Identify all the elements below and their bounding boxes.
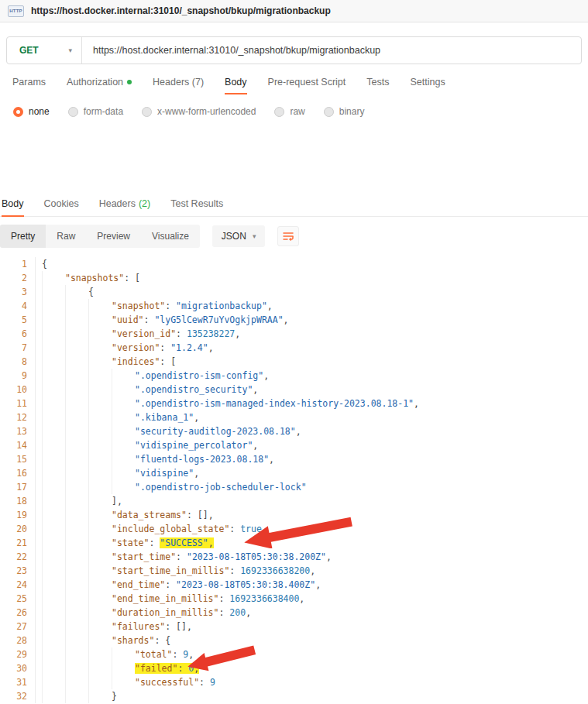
- code-token: "uuid": [112, 314, 144, 325]
- indent-guide: [88, 369, 112, 383]
- code-line: 26"duration_in_millis": 200,: [0, 606, 588, 620]
- indent-guide: [88, 355, 112, 369]
- radio-icon: [142, 107, 152, 117]
- line-content: "vidispine",: [36, 466, 199, 480]
- indent-guide: [65, 550, 88, 564]
- line-number: 27: [0, 620, 36, 634]
- indent-guide: [65, 452, 88, 466]
- line-number: 10: [0, 383, 36, 397]
- view-tab-pretty[interactable]: Pretty: [0, 225, 46, 248]
- response-tab-headers[interactable]: Headers(2): [99, 194, 151, 217]
- indent-guide: [88, 397, 112, 410]
- body-mode-form-data[interactable]: form-data: [68, 106, 123, 117]
- line-content: ".opendistro-ism-managed-index-history-2…: [36, 397, 419, 410]
- request-tab-body[interactable]: Body: [225, 77, 247, 94]
- request-tab-params[interactable]: Params: [12, 77, 46, 94]
- indent-guide: [88, 438, 112, 452]
- line-number: 18: [0, 494, 36, 508]
- body-mode-x-www-form-urlencoded[interactable]: x-www-form-urlencoded: [142, 106, 256, 117]
- code-line: 7"version": "1.2.4",: [0, 341, 588, 355]
- indent-guide: [42, 564, 65, 578]
- code-token: ,: [315, 579, 321, 590]
- line-content: ".opendistro-job-scheduler-lock": [36, 480, 307, 494]
- indent-guide: [112, 452, 135, 466]
- view-tab-visualize[interactable]: Visualize: [141, 225, 200, 248]
- wrap-lines-button[interactable]: [277, 226, 299, 246]
- request-tab-settings[interactable]: Settings: [410, 77, 445, 94]
- indent-guide: [42, 536, 65, 550]
- request-tab-tests[interactable]: Tests: [366, 77, 389, 94]
- response-body-viewer[interactable]: 1{2"snapshots": [3{4"snapshot": "migrati…: [0, 257, 588, 703]
- indent-guide: [88, 550, 112, 564]
- line-number: 32: [0, 689, 36, 703]
- line-content: ".opendistro_security",: [36, 383, 258, 397]
- line-content: ".opendistro-ism-config",: [36, 369, 269, 383]
- format-dropdown[interactable]: JSON ▾: [212, 225, 266, 247]
- indent-guide: [42, 369, 65, 383]
- code-token: "shards": [112, 635, 154, 646]
- indent-guide: [88, 522, 112, 536]
- line-content: {: [36, 257, 47, 271]
- line-number: 24: [0, 578, 36, 592]
- indent-guide: [42, 410, 65, 424]
- view-tab-preview[interactable]: Preview: [86, 225, 141, 248]
- code-token: ,: [263, 370, 269, 381]
- indent-guide: [65, 327, 88, 341]
- code-token: "vidispine_percolator": [135, 440, 253, 451]
- body-mode-binary[interactable]: binary: [324, 106, 365, 117]
- indent-guide: [42, 550, 65, 564]
- indent-guide: [65, 675, 88, 689]
- url-input[interactable]: https://host.docker.internal:31010/_snap…: [82, 37, 380, 64]
- line-content: "version": "1.2.4",: [36, 341, 214, 355]
- tab-label: Test Results: [170, 198, 223, 209]
- indent-guide: [42, 327, 65, 341]
- code-line: 6"version_id": 135238227,: [0, 327, 588, 341]
- tab-label: Authorization: [67, 77, 123, 88]
- code-token: "failed": [135, 663, 177, 674]
- code-line: 13"security-auditlog-2023.08.18",: [0, 424, 588, 438]
- indent-guide: [88, 620, 112, 634]
- indent-guide: [42, 383, 65, 397]
- code-token: :: [165, 300, 176, 311]
- line-content: "include_global_state": true,: [36, 522, 267, 536]
- code-token: ,: [246, 607, 251, 618]
- code-token: 9: [210, 677, 215, 688]
- code-token: ,: [253, 440, 258, 451]
- request-tab-authorization[interactable]: Authorization: [67, 77, 132, 94]
- view-tab-raw[interactable]: Raw: [46, 225, 86, 248]
- code-token: "include_global_state": [112, 524, 229, 534]
- indent-guide: [88, 647, 112, 661]
- method-selector[interactable]: GET ▾: [7, 37, 82, 64]
- code-token: "version": [112, 342, 160, 353]
- line-number: 28: [0, 634, 36, 647]
- response-tab-cookies[interactable]: Cookies: [44, 194, 79, 217]
- indent-guide: [112, 383, 135, 397]
- indent-guide: [65, 647, 88, 661]
- code-token: ,: [414, 398, 419, 409]
- body-mode-none[interactable]: none: [13, 106, 50, 117]
- body-mode-raw[interactable]: raw: [274, 106, 304, 117]
- code-token: "2023-08-18T05:30:38.400Z": [176, 579, 315, 590]
- indent-guide: [42, 689, 65, 703]
- request-tab-headers-7[interactable]: Headers (7): [153, 77, 204, 94]
- indent-guide: [42, 620, 65, 634]
- indent-guide: [42, 285, 65, 299]
- response-tab-test-results[interactable]: Test Results: [170, 194, 223, 217]
- indent-guide: [65, 606, 88, 620]
- code-token: "lyG5lCewR7uYvOgkjpWRAA": [154, 314, 283, 325]
- indent-guide: [65, 383, 88, 397]
- code-token: ],: [112, 496, 122, 507]
- request-tab-pre-request-script[interactable]: Pre-request Script: [268, 77, 346, 94]
- response-tab-body[interactable]: Body: [2, 194, 24, 217]
- indent-guide: [65, 592, 88, 606]
- tab-label: Settings: [410, 77, 445, 88]
- indent-guide: [88, 675, 112, 689]
- line-number: 23: [0, 564, 36, 578]
- indent-guide: [42, 355, 65, 369]
- indent-guide: [65, 480, 88, 494]
- line-content: "end_time": "2023-08-18T05:30:38.400Z",: [36, 578, 321, 592]
- indent-guide: [88, 383, 112, 397]
- indent-guide: [88, 452, 112, 466]
- indent-guide: [42, 508, 65, 522]
- code-line: 4"snapshot": "migrationbackup",: [0, 299, 588, 313]
